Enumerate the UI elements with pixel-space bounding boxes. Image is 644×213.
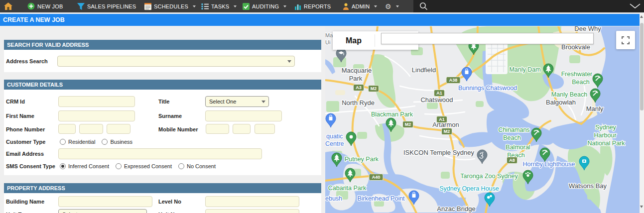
map-label: Chinamans xyxy=(498,126,529,133)
map-label: Centre xyxy=(325,140,344,147)
residential-label: Residential xyxy=(68,139,95,145)
scroll-down-arrow[interactable] xyxy=(640,206,643,208)
crm-id-input[interactable] xyxy=(58,96,135,107)
map-label: Ma xyxy=(325,32,333,38)
map-label: Lindfield xyxy=(412,66,436,74)
svg-text:A8: A8 xyxy=(509,158,515,163)
svg-text:A38: A38 xyxy=(449,78,458,83)
chevron-down-icon xyxy=(261,101,265,103)
map-label: Putney Park xyxy=(345,156,379,163)
map-label: Bunnings Chatswood xyxy=(458,85,517,92)
business-label: Business xyxy=(110,139,132,145)
no-consent-label: No Consent xyxy=(187,163,216,169)
scrollbar-thumb[interactable] xyxy=(640,23,644,110)
mobile-prefix-input[interactable] xyxy=(233,124,251,134)
svg-text:A1: A1 xyxy=(436,91,442,96)
inferred-consent-radio[interactable] xyxy=(60,163,66,169)
nav-tasks[interactable]: TASKS xyxy=(201,0,237,12)
nav-label: TASKS xyxy=(211,3,229,9)
svg-text:M2: M2 xyxy=(405,122,411,127)
map-search-input[interactable] xyxy=(382,33,593,44)
svg-text:M2: M2 xyxy=(371,86,377,91)
road-badge: A1 xyxy=(434,90,445,97)
map-label: Sydney xyxy=(595,124,616,131)
mobile-area-input[interactable] xyxy=(206,124,229,134)
plus-icon xyxy=(27,2,35,10)
first-name-label: First Name xyxy=(6,113,34,119)
map-label: ISKCON Temple Sydney xyxy=(403,149,475,156)
map-label: Balgowlah xyxy=(546,99,576,106)
section-customer-details: CUSTOMER DETAILS CRM Id Title Select One… xyxy=(4,80,321,175)
map-search-box[interactable] xyxy=(381,33,594,44)
nav-label: SALES PIPELINES xyxy=(87,3,136,9)
no-consent-radio[interactable] xyxy=(178,163,184,169)
map-label: Cabarita Park xyxy=(328,185,367,192)
chevron-down-icon xyxy=(374,5,377,7)
map-canvas[interactable]: Dee WhyBrookvaleMacquarieParkLindfieldNo… xyxy=(325,26,640,213)
bar-chart-icon xyxy=(294,3,301,10)
page-scrollbar[interactable] xyxy=(640,14,644,213)
nav-label: NEW JOB xyxy=(37,3,63,9)
calendar-icon xyxy=(144,3,151,10)
fullscreen-button[interactable] xyxy=(616,31,635,49)
search-icon xyxy=(419,2,428,10)
map-label: Manly Beach xyxy=(551,91,587,98)
nav-admin[interactable]: ADMIN xyxy=(343,0,377,12)
audit-check-icon xyxy=(243,3,250,10)
map-label: Macquarie xyxy=(342,67,372,74)
nav-new-job[interactable]: NEW JOB xyxy=(27,0,63,12)
business-radio[interactable] xyxy=(102,139,108,145)
nav-search[interactable] xyxy=(419,0,428,12)
road-badge: A40 xyxy=(369,174,383,181)
map-label: Chatswood xyxy=(420,96,453,104)
unit-no-input[interactable] xyxy=(205,209,299,213)
map-button[interactable]: Map xyxy=(333,31,375,50)
map-label: Park xyxy=(349,75,363,82)
section-header: CUSTOMER DETAILS xyxy=(4,80,321,90)
svg-text:M2: M2 xyxy=(444,129,450,134)
nav-settings[interactable]: ⚙ xyxy=(385,0,399,12)
expressed-consent-label: Expressed Consent xyxy=(124,163,172,169)
first-name-input[interactable] xyxy=(58,110,135,121)
section-property-address: PROPERTY ADDRESS Building Name Level No … xyxy=(4,183,321,213)
chevron-down-icon xyxy=(287,60,291,63)
map-label: Anzac Bridge xyxy=(437,205,475,213)
phone-area-input[interactable] xyxy=(58,124,76,134)
scroll-up-arrow[interactable] xyxy=(640,15,643,18)
email-input[interactable] xyxy=(58,148,262,159)
level-no-input[interactable] xyxy=(205,196,299,207)
address-search-label: Address Search xyxy=(6,58,48,64)
title-select[interactable]: Select One xyxy=(205,96,269,107)
nav-reports[interactable]: REPORTS xyxy=(294,0,331,12)
nav-expand[interactable] xyxy=(630,0,641,12)
map-label: Ui xyxy=(325,39,330,45)
nav-auditing[interactable]: AUDITING xyxy=(243,0,286,12)
residential-radio[interactable] xyxy=(60,139,66,145)
map-label: Sydney Opera House xyxy=(439,185,499,192)
address-search-combobox[interactable] xyxy=(57,56,295,67)
nav-search-area xyxy=(413,0,644,12)
customer-type-label: Customer Type xyxy=(6,139,45,145)
road-badge: A3 xyxy=(354,85,364,91)
building-name-input[interactable] xyxy=(58,196,152,207)
map-label: Manly Dam xyxy=(509,66,540,73)
nav-sales-pipelines[interactable]: SALES PIPELINES xyxy=(77,0,136,12)
form-column: SEARCH FOR VALID ADDRESS Address Search … xyxy=(0,26,325,213)
map-label: Manly xyxy=(586,105,604,112)
level-no-label: Level No xyxy=(158,199,181,205)
road-badge: M2 xyxy=(442,128,452,135)
map-label: Dee Why xyxy=(574,26,601,32)
road-badge: A1 xyxy=(437,116,447,123)
nav-home[interactable] xyxy=(4,0,12,12)
phone-suffix-input[interactable] xyxy=(107,124,130,134)
nav-schedules[interactable]: SCHEDULES xyxy=(144,0,196,12)
expressed-consent-radio[interactable] xyxy=(116,163,122,169)
svg-text:A3: A3 xyxy=(356,85,362,90)
surname-input[interactable] xyxy=(205,110,282,121)
unit-type-select[interactable]: Select xyxy=(58,209,147,213)
phone-prefix-input[interactable] xyxy=(79,124,103,134)
mobile-suffix-input[interactable] xyxy=(255,124,275,134)
home-icon xyxy=(4,2,12,10)
nav-label: AUDITING xyxy=(252,3,279,9)
svg-text:A40: A40 xyxy=(372,175,381,180)
